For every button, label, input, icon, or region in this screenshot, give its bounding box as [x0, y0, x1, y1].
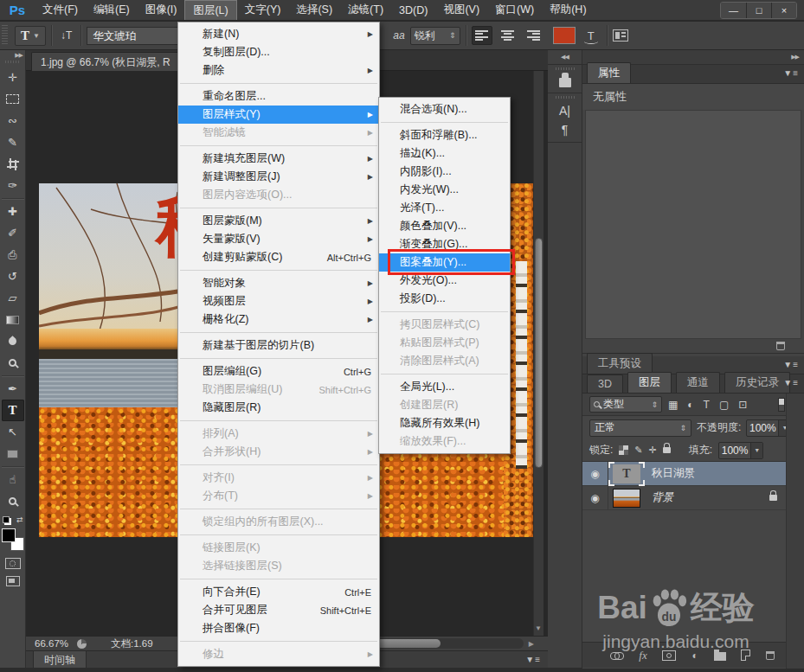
filter-adjustment-icon[interactable]: ◐: [687, 399, 693, 411]
crop-tool[interactable]: [2, 153, 24, 175]
align-right-button[interactable]: [524, 26, 544, 45]
history-brush-tool[interactable]: ↺: [2, 266, 24, 287]
filter-toggle-switch[interactable]: [778, 398, 785, 412]
menubar-item-layer[interactable]: 图层(L): [184, 0, 236, 20]
rectangle-tool[interactable]: [2, 443, 24, 464]
tab-layers[interactable]: 图层: [627, 372, 672, 393]
eyedropper-tool[interactable]: ✑: [2, 175, 24, 196]
restore-button[interactable]: □: [746, 3, 771, 18]
layer-thumbnail[interactable]: [608, 486, 645, 510]
chevron-down-icon[interactable]: ▼: [750, 443, 762, 458]
filter-kind-select[interactable]: 类型 ⇕: [589, 396, 662, 413]
swap-colors-icon[interactable]: ⇄: [16, 515, 23, 524]
screen-mode-button[interactable]: [6, 576, 20, 586]
align-left-button[interactable]: [472, 26, 492, 45]
menubar-item-filter[interactable]: 滤镜(T): [340, 0, 391, 20]
menu-item-rasterize[interactable]: 栅格化(Z)▶: [178, 310, 379, 329]
minimize-button[interactable]: —: [721, 3, 746, 18]
vertical-scrollbar-thumb[interactable]: [535, 238, 543, 468]
submenu-item-stroke[interactable]: 描边(K)...: [379, 144, 510, 163]
character-panel-icon[interactable]: A|: [559, 104, 570, 118]
tab-channels[interactable]: 通道: [676, 372, 720, 393]
submenu-item-bevel-emboss[interactable]: 斜面和浮雕(B)...: [379, 126, 510, 144]
menu-item-flatten-image[interactable]: 拼合图像(F): [178, 619, 379, 637]
fill-input[interactable]: 100% ▼: [718, 442, 763, 459]
blur-tool[interactable]: [2, 330, 24, 352]
menu-item-new-layer-based-slice[interactable]: 新建基于图层的切片(B): [178, 336, 379, 355]
hand-tool[interactable]: ☝: [2, 469, 24, 490]
type-tool[interactable]: T: [2, 400, 24, 421]
filter-type-icon[interactable]: T: [704, 399, 710, 411]
menubar-item-help[interactable]: 帮助(H): [542, 0, 594, 20]
submenu-item-inner-shadow[interactable]: 内阴影(I)...: [379, 163, 510, 181]
tab-tool-presets[interactable]: 工具预设: [587, 353, 653, 374]
menubar-item-image[interactable]: 图像(I): [138, 0, 185, 20]
menu-item-smart-objects[interactable]: 智能对象▶: [178, 274, 379, 292]
visibility-cell[interactable]: ◉: [582, 462, 608, 485]
menu-item-new-adjustment-layer[interactable]: 新建调整图层(J)▶: [178, 168, 379, 186]
clone-stamp-tool[interactable]: ⎙: [2, 244, 24, 266]
warp-text-button[interactable]: T: [581, 29, 601, 42]
menu-item-vector-mask[interactable]: 矢量蒙版(V)▶: [178, 230, 379, 248]
move-tool[interactable]: ✛: [2, 67, 24, 88]
menubar-item-view[interactable]: 视图(V): [435, 0, 487, 20]
expand-dock-icon[interactable]: ▶▶: [791, 54, 799, 61]
lock-transparency-icon[interactable]: [619, 445, 628, 455]
tab-properties[interactable]: 属性: [587, 62, 631, 83]
brush-tool[interactable]: ✐: [2, 222, 24, 244]
text-color-swatch[interactable]: [553, 27, 576, 44]
tool-presets-menu-icon[interactable]: ▼≡: [783, 360, 799, 369]
foreground-color-swatch[interactable]: [2, 528, 16, 542]
menu-item-rename-layer[interactable]: 重命名图层...: [178, 87, 379, 106]
delete-layer-icon[interactable]: [764, 651, 776, 660]
align-center-button[interactable]: [498, 26, 518, 45]
filter-shape-icon[interactable]: ▢: [719, 399, 729, 411]
menu-item-new-fill-layer[interactable]: 新建填充图层(W)▶: [178, 150, 379, 168]
dodge-tool[interactable]: [2, 352, 24, 374]
menu-item-merge-visible[interactable]: 合并可见图层Shift+Ctrl+E: [178, 601, 379, 619]
menubar-item-edit[interactable]: 编辑(E): [86, 0, 138, 20]
pen-tool[interactable]: ✒: [2, 378, 24, 400]
menubar-item-type[interactable]: 文字(Y): [237, 0, 289, 20]
layer-row-1[interactable]: ◉T秋日湖景: [582, 462, 786, 486]
submenu-item-drop-shadow[interactable]: 投影(D)...: [379, 290, 510, 308]
paragraph-panel-icon[interactable]: ¶: [562, 123, 569, 137]
trash-icon[interactable]: [776, 342, 785, 350]
menu-item-layer-mask[interactable]: 图层蒙版(M)▶: [178, 212, 379, 230]
menubar-item-file[interactable]: 文件(F): [35, 0, 86, 20]
menu-item-layer-style[interactable]: 图层样式(Y)▶: [178, 106, 379, 124]
spot-healing-brush-tool[interactable]: ✚: [2, 201, 24, 222]
vertical-scrollbar[interactable]: [533, 71, 544, 636]
scroll-down-icon[interactable]: ▼: [535, 624, 542, 632]
menubar-item-window[interactable]: 窗口(W): [487, 0, 542, 20]
tab-3d[interactable]: 3D: [587, 374, 623, 393]
submenu-item-hide-all-effects[interactable]: 隐藏所有效果(H): [379, 414, 510, 432]
tab-history[interactable]: 历史记录: [724, 372, 790, 393]
toolbox-grip[interactable]: [5, 61, 21, 63]
text-orientation-toggle[interactable]: ↓T: [57, 28, 75, 43]
quick-selection-tool[interactable]: ✎: [2, 131, 24, 153]
menu-item-video-layers[interactable]: 视频图层▶: [178, 292, 379, 310]
filter-smart-object-icon[interactable]: ⊡: [738, 399, 747, 411]
submenu-item-satin[interactable]: 光泽(T)...: [379, 199, 510, 217]
options-bar-grip[interactable]: [2, 25, 8, 46]
menu-item-hide-layers[interactable]: 隐藏图层(R): [178, 399, 379, 417]
submenu-item-global-light[interactable]: 全局光(L)...: [379, 378, 510, 396]
eraser-tool[interactable]: ▱: [2, 287, 24, 309]
menu-item-new[interactable]: 新建(N)▶: [178, 25, 379, 43]
toolbox-expand-icon[interactable]: ▶▶: [12, 50, 25, 61]
menubar-item-select[interactable]: 选择(S): [288, 0, 340, 20]
layer-row-2[interactable]: ◉背景: [582, 486, 786, 510]
document-tab[interactable]: 1.jpg @ 66.7% (秋日湖景, R: [31, 52, 180, 71]
menubar-item-3d[interactable]: 3D(D): [391, 0, 435, 20]
layer-thumbnail[interactable]: T: [608, 462, 645, 486]
timeline-tab[interactable]: 时间轴: [33, 650, 87, 669]
visibility-cell[interactable]: ◉: [582, 486, 608, 509]
properties-panel-menu-icon[interactable]: ▼≡: [783, 68, 799, 78]
submenu-item-blending-options[interactable]: 混合选项(N)...: [379, 100, 510, 118]
menu-item-delete[interactable]: 删除▶: [178, 61, 379, 80]
font-family-select[interactable]: 华文琥珀: [87, 27, 189, 45]
menu-item-create-clipping-mask[interactable]: 创建剪贴蒙版(C)Alt+Ctrl+G: [178, 248, 379, 266]
link-layers-icon[interactable]: [610, 652, 624, 659]
toggle-panels-button[interactable]: [613, 29, 628, 42]
